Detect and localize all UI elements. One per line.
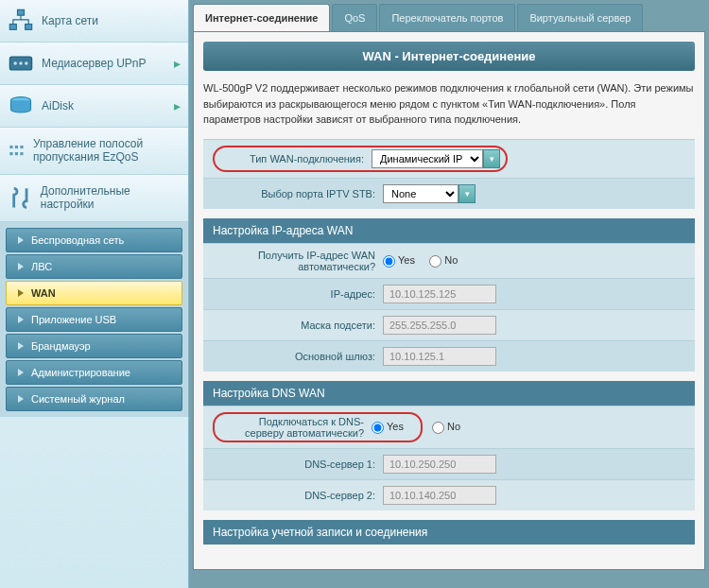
triangle-icon — [18, 236, 24, 244]
sub-label: ЛВС — [31, 261, 52, 272]
auto-ip-no[interactable]: No — [429, 254, 458, 266]
highlight-wan-type: Тип WAN-подключения: Динамический IP ▾ — [213, 146, 508, 172]
submenu-arrow-icon: ▸ — [174, 56, 181, 71]
ip-section: Настройка IP-адреса WAN Получить IP-адре… — [203, 218, 695, 372]
radio-no[interactable] — [432, 422, 444, 434]
page-title: WAN - Интернет-соединение — [203, 42, 695, 71]
account-section-header: Настройка учетной записи и соединения — [203, 520, 695, 545]
iptv-select[interactable]: None ▾ — [383, 184, 476, 203]
sidebar-label: Дополнительные настройки — [41, 184, 181, 212]
row-dns1: DNS-сервер 1: — [203, 448, 695, 479]
tab-qos[interactable]: QoS — [332, 4, 377, 31]
sub-label: Брандмауэр — [31, 340, 91, 352]
sidebar-sub-syslog[interactable]: Системный журнал — [6, 387, 182, 411]
auto-ip-label: Получить IP-адрес WAN автоматически? — [213, 250, 383, 272]
row-auto-dns: Подключаться к DNS-серверу автоматически… — [203, 406, 695, 448]
row-mask: Маска подсети: — [203, 309, 695, 340]
sidebar-label: Управление полосой пропускания EzQoS — [33, 137, 181, 164]
sub-label: Беспроводная сеть — [31, 234, 124, 246]
highlight-auto-dns: Подключаться к DNS-серверу автоматически… — [213, 412, 423, 442]
sidebar-label: AiDisk — [42, 99, 74, 112]
tab-internet[interactable]: Интернет-соединение — [193, 4, 330, 31]
sidebar-item-network-map[interactable]: Карта сети — [0, 0, 188, 43]
wan-type-section: Тип WAN-подключения: Динамический IP ▾ В… — [203, 139, 695, 209]
qos-icon — [8, 139, 26, 162]
sidebar-item-ezqos[interactable]: Управление полосой пропускания EzQoS — [0, 128, 188, 175]
auto-ip-yes[interactable]: Yes — [383, 254, 415, 266]
triangle-icon — [18, 289, 24, 297]
disk-icon — [8, 95, 34, 117]
dropdown-arrow-icon[interactable]: ▾ — [483, 149, 500, 168]
svg-rect-9 — [15, 146, 18, 148]
ip-label: IP-адрес: — [213, 288, 383, 300]
svg-rect-1 — [9, 25, 16, 30]
sidebar-label: Медиасервер UPnP — [42, 57, 147, 70]
sidebar-sub-admin[interactable]: Администрирование — [6, 360, 182, 385]
svg-rect-12 — [15, 152, 18, 155]
page-description: WL-500gP V2 поддерживает несколько режим… — [203, 80, 695, 128]
sidebar-sub-firewall[interactable]: Брандмауэр — [6, 334, 182, 358]
svg-rect-13 — [20, 152, 23, 155]
dns2-label: DNS-сервер 2: — [213, 490, 383, 501]
row-iptv: Выбор порта IPTV STB: None ▾ — [203, 178, 695, 209]
submenu-arrow-icon: ▸ — [174, 98, 181, 113]
svg-point-4 — [13, 61, 17, 65]
sidebar-label: Карта сети — [42, 14, 98, 27]
svg-rect-11 — [9, 152, 12, 155]
auto-dns-yes[interactable]: Yes — [372, 421, 404, 432]
sidebar-sub-wireless[interactable]: Беспроводная сеть — [6, 228, 182, 252]
iptv-label: Выбор порта IPTV STB: — [213, 188, 383, 199]
tab-port-trigger[interactable]: Переключатель портов — [379, 4, 515, 31]
sidebar-sub-lan[interactable]: ЛВС — [6, 254, 182, 279]
dns1-input[interactable] — [383, 455, 496, 474]
sidebar-sub-usb[interactable]: Приложение USB — [6, 307, 182, 332]
triangle-icon — [18, 316, 24, 323]
row-dns2: DNS-сервер 2: — [203, 479, 695, 510]
account-section: Настройка учетной записи и соединения — [203, 520, 695, 545]
dropdown-arrow-icon[interactable]: ▾ — [458, 184, 476, 203]
wan-type-select[interactable]: Динамический IP ▾ — [372, 149, 500, 168]
sub-label: Администрирование — [31, 367, 130, 378]
triangle-icon — [18, 395, 24, 403]
gateway-input[interactable] — [383, 347, 496, 366]
wan-type-dropdown[interactable]: Динамический IP — [372, 149, 483, 168]
wan-type-label: Тип WAN-подключения: — [220, 153, 372, 164]
ip-input[interactable] — [383, 285, 496, 303]
dns-section-header: Настройка DNS WAN — [203, 381, 695, 406]
auto-dns-label: Подключаться к DNS-серверу автоматически… — [220, 416, 372, 439]
gateway-label: Основной шлюз: — [213, 351, 383, 362]
row-ip-address: IP-адрес: — [203, 278, 695, 309]
svg-point-5 — [19, 61, 23, 65]
mask-label: Маска подсети: — [213, 320, 383, 331]
sidebar-sub-wan[interactable]: WAN — [6, 281, 182, 305]
triangle-icon — [18, 342, 24, 350]
mask-input[interactable] — [383, 316, 496, 335]
radio-no[interactable] — [429, 255, 441, 268]
auto-dns-no[interactable]: No — [432, 421, 460, 432]
svg-rect-8 — [9, 146, 12, 148]
sidebar-item-advanced[interactable]: Дополнительные настройки — [0, 175, 188, 222]
media-icon — [8, 52, 34, 75]
main-content: Интернет-соединение QoS Переключатель по… — [189, 0, 709, 588]
row-auto-ip: Получить IP-адрес WAN автоматически? Yes… — [203, 243, 695, 278]
radio-yes[interactable] — [383, 255, 395, 268]
triangle-icon — [18, 263, 24, 270]
svg-rect-2 — [26, 25, 32, 30]
sidebar-item-aidisk[interactable]: AiDisk ▸ — [0, 85, 188, 128]
svg-rect-10 — [20, 146, 23, 148]
sub-label: Системный журнал — [31, 393, 125, 405]
network-icon — [8, 9, 34, 32]
tools-icon — [8, 186, 33, 209]
content-panel: WAN - Интернет-соединение WL-500gP V2 по… — [193, 31, 705, 570]
row-gateway: Основной шлюз: — [203, 340, 695, 372]
dns1-label: DNS-сервер 1: — [213, 458, 383, 470]
svg-rect-0 — [18, 9, 25, 15]
sidebar-item-media-server[interactable]: Медиасервер UPnP ▸ — [0, 43, 188, 85]
tab-virtual-server[interactable]: Виртуальный сервер — [517, 4, 643, 31]
tab-bar: Интернет-соединение QoS Переключатель по… — [189, 0, 709, 31]
row-wan-type: Тип WAN-подключения: Динамический IP ▾ — [203, 139, 695, 178]
dns2-input[interactable] — [383, 486, 496, 505]
radio-yes[interactable] — [372, 422, 384, 434]
iptv-dropdown[interactable]: None — [383, 184, 458, 203]
sidebar: Карта сети Медиасервер UPnP ▸ AiDisk ▸ У… — [0, 0, 189, 588]
